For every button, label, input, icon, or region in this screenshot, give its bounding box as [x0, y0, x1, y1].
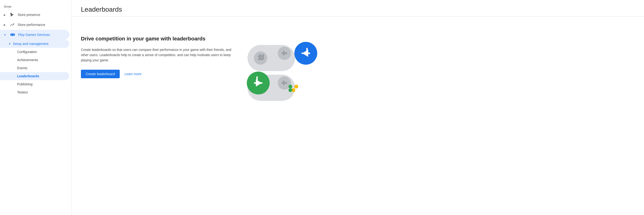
chevron-down-icon-2: ▼ [8, 42, 11, 45]
main-content-area: Leaderboards Drive competition in your g… [72, 0, 644, 215]
sidebar-item-configuration[interactable]: Configuration [0, 48, 69, 56]
chevron-right-icon: ▶ [4, 13, 6, 16]
sidebar-item-configuration-label: Configuration [17, 50, 37, 54]
sidebar-item-achievements[interactable]: Achievements [0, 56, 69, 64]
sidebar-item-events[interactable]: Events [0, 64, 69, 72]
svg-rect-15 [262, 54, 264, 59]
svg-point-31 [294, 85, 298, 88]
svg-rect-5 [11, 35, 12, 35]
svg-point-30 [288, 85, 292, 88]
gamepad-icon [10, 32, 15, 37]
sidebar-item-leaderboards-label: Leaderboards [17, 74, 39, 78]
sidebar-item-store-performance[interactable]: ▶ Store performance [0, 20, 69, 30]
hero-body: Create leaderboards so that users can co… [81, 47, 233, 63]
sidebar-item-setup-management-label: Setup and management [13, 42, 48, 46]
svg-rect-2 [11, 13, 12, 16]
page-title: Leaderboards [81, 6, 634, 13]
svg-rect-18 [283, 51, 285, 55]
sidebar-item-publishing[interactable]: Publishing [0, 80, 69, 88]
sidebar-item-events-label: Events [17, 66, 27, 70]
play-icon [10, 12, 15, 17]
svg-rect-28 [283, 81, 285, 85]
sidebar-item-play-games-services-label: Play Games Services [18, 33, 66, 37]
trending-icon [10, 22, 15, 27]
sidebar-item-testers[interactable]: Testers [0, 88, 69, 96]
sidebar-item-setup-management[interactable]: ▼ Setup and management [0, 40, 69, 48]
svg-point-8 [13, 35, 13, 35]
sidebar-item-store-presence[interactable]: ▶ Store presence [0, 10, 69, 20]
sidebar-item-play-games-services[interactable]: ▼ Play Games Services [0, 30, 69, 40]
sidebar: Grow ▶ Store presence ▶ Store performanc… [0, 0, 72, 215]
sidebar-item-leaderboards[interactable]: Leaderboards [0, 72, 69, 80]
sidebar-item-achievements-label: Achievements [17, 58, 38, 62]
sidebar-section-grow: Grow [0, 3, 71, 10]
chevron-right-icon-2: ▶ [4, 23, 6, 26]
sidebar-item-publishing-label: Publishing [17, 82, 32, 86]
svg-rect-14 [259, 54, 261, 59]
chevron-down-icon: ▼ [4, 33, 6, 36]
hero-text-area: Drive competition in your game with lead… [81, 26, 233, 78]
svg-point-7 [14, 35, 14, 35]
learn-more-link[interactable]: Learn more [124, 72, 142, 76]
hero-heading: Drive competition in your game with lead… [81, 35, 233, 42]
page-header: Leaderboards [72, 0, 644, 16]
action-row: Create leaderboard Learn more [81, 70, 233, 78]
leaderboards-illustration [243, 31, 319, 112]
svg-point-33 [288, 88, 292, 92]
sidebar-item-store-performance-label: Store performance [18, 23, 66, 27]
svg-point-6 [13, 34, 14, 35]
sidebar-item-store-presence-label: Store presence [18, 13, 66, 17]
main-body: Drive competition in your game with lead… [72, 16, 644, 215]
create-leaderboard-button[interactable]: Create leaderboard [81, 70, 120, 78]
svg-point-9 [13, 35, 14, 36]
sidebar-item-testers-label: Testers [17, 90, 28, 94]
svg-rect-3 [10, 33, 15, 36]
